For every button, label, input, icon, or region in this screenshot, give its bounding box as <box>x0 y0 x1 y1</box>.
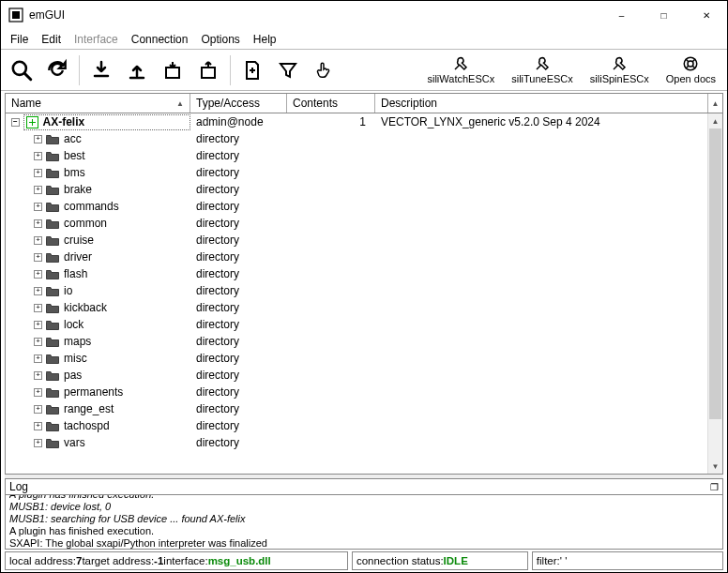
close-button[interactable]: ✕ <box>685 1 727 29</box>
tree-row[interactable]: +brakedirectory <box>6 181 707 198</box>
log-body[interactable]: A plugin has finished execution.MUSB1: d… <box>5 495 723 550</box>
column-header-contents[interactable]: Contents <box>287 94 375 113</box>
tree-row[interactable]: +pasdirectory <box>6 367 707 384</box>
app-icon <box>8 8 23 23</box>
folder-icon <box>46 202 59 212</box>
expander-icon[interactable]: + <box>34 287 42 295</box>
expander-icon[interactable]: + <box>34 405 42 414</box>
expander-icon[interactable]: + <box>34 321 42 329</box>
root-description: VECTOR_LYNX_generic v5.2.0 Sep 4 2024 <box>375 115 707 128</box>
expander-icon[interactable]: + <box>34 422 42 430</box>
filter-button[interactable] <box>271 53 305 87</box>
item-type: directory <box>190 166 287 179</box>
menu-file[interactable]: File <box>5 31 34 48</box>
item-name: io <box>64 284 72 297</box>
folder-icon <box>46 286 59 296</box>
search-button[interactable] <box>5 53 38 87</box>
expander-icon[interactable]: + <box>34 270 42 279</box>
tree-row[interactable]: +tachospddirectory <box>6 417 707 434</box>
menu-interface: Interface <box>68 31 124 48</box>
save-device-icon <box>161 59 184 82</box>
expander-icon[interactable]: + <box>34 219 42 228</box>
expander-icon[interactable]: + <box>34 371 42 380</box>
expander-icon[interactable]: + <box>34 236 42 245</box>
item-name: pas <box>64 369 82 382</box>
item-name: misc <box>64 352 87 365</box>
folder-icon <box>46 219 59 229</box>
tree-row[interactable]: +kickbackdirectory <box>6 299 707 316</box>
expander-icon[interactable]: + <box>34 388 42 397</box>
tree-row[interactable]: +lockdirectory <box>6 316 707 333</box>
item-type: directory <box>190 183 287 196</box>
item-type: directory <box>190 385 287 399</box>
expander-icon[interactable]: + <box>34 203 42 211</box>
column-header-description[interactable]: Description <box>375 94 707 113</box>
item-name: best <box>64 149 85 162</box>
item-name: permanents <box>64 385 123 399</box>
tree-row[interactable]: +driverdirectory <box>6 249 707 265</box>
siliwatch-button[interactable]: siliWatchESCx <box>419 53 502 88</box>
column-header-name[interactable]: Name▲ <box>6 94 190 113</box>
tree-row[interactable]: +iodirectory <box>6 282 707 299</box>
item-name: commands <box>64 200 119 213</box>
tree-row[interactable]: +miscdirectory <box>6 350 707 367</box>
tree-row[interactable]: +bestdirectory <box>6 147 707 164</box>
folder-icon <box>46 438 59 448</box>
tree-row[interactable]: +flashdirectory <box>6 265 707 282</box>
minimize-button[interactable]: – <box>600 1 643 29</box>
silitune-button[interactable]: siliTuneESCx <box>504 53 581 88</box>
expander-icon[interactable]: − <box>11 118 20 127</box>
item-name: driver <box>64 250 92 264</box>
tree-root-row[interactable]: − AX-felix admin@node 1 VECTOR_LYNX_gene… <box>6 113 707 130</box>
item-type: directory <box>190 200 287 213</box>
tree-row[interactable]: +cruisedirectory <box>6 232 707 249</box>
menu-options[interactable]: Options <box>195 31 245 48</box>
new-file-button[interactable] <box>235 53 269 87</box>
expander-icon[interactable]: + <box>34 354 42 363</box>
log-line: MUSB1: device lost, 0 <box>9 501 719 513</box>
expander-icon[interactable]: + <box>34 152 42 160</box>
folder-icon <box>46 370 59 381</box>
tree-vertical-scrollbar[interactable]: ▲ ▼ <box>707 113 722 474</box>
expander-icon[interactable]: + <box>34 253 42 262</box>
maximize-button[interactable]: □ <box>643 1 685 29</box>
tree-row[interactable]: +varsdirectory <box>6 434 707 451</box>
refresh-button[interactable] <box>40 53 74 87</box>
expander-icon[interactable]: + <box>34 135 42 143</box>
log-popout-icon[interactable]: ❐ <box>710 482 719 492</box>
menu-edit[interactable]: Edit <box>36 31 67 48</box>
tree-row[interactable]: +commandsdirectory <box>6 198 707 215</box>
expander-icon[interactable]: + <box>34 186 42 194</box>
folder-icon <box>46 303 59 313</box>
tree-row[interactable]: +mapsdirectory <box>6 333 707 350</box>
lifebuoy-icon <box>682 55 699 72</box>
tree-row[interactable]: +range_estdirectory <box>6 400 707 417</box>
magnifier-icon <box>9 58 34 83</box>
tree-row[interactable]: +accdirectory <box>6 130 707 147</box>
tree-row[interactable]: +permanentsdirectory <box>6 384 707 400</box>
load-device-button[interactable] <box>191 53 225 87</box>
folder-icon <box>46 269 59 279</box>
upload-button[interactable] <box>120 53 154 87</box>
tree-row[interactable]: +bmsdirectory <box>6 164 707 181</box>
item-type: directory <box>190 402 287 415</box>
menu-help[interactable]: Help <box>248 31 282 48</box>
log-title: Log <box>9 480 28 493</box>
log-line: A plugin has finished execution. <box>9 525 719 537</box>
save-device-button[interactable] <box>156 53 190 87</box>
menu-connection[interactable]: Connection <box>126 31 194 48</box>
expander-icon[interactable]: + <box>34 338 42 346</box>
expander-icon[interactable]: + <box>34 169 42 177</box>
item-name: lock <box>64 318 83 331</box>
pointer-button[interactable] <box>307 53 341 87</box>
download-button[interactable] <box>84 53 118 87</box>
tools-icon <box>534 55 551 72</box>
expander-icon[interactable]: + <box>34 304 42 312</box>
opendocs-button[interactable]: Open docs <box>659 53 723 88</box>
silispin-button[interactable]: siliSpinESCx <box>583 53 657 88</box>
expander-icon[interactable]: + <box>34 439 42 447</box>
tree-row[interactable]: +commondirectory <box>6 215 707 232</box>
item-type: directory <box>190 335 287 348</box>
folder-icon <box>46 168 59 178</box>
column-header-type[interactable]: Type/Access <box>190 94 287 113</box>
